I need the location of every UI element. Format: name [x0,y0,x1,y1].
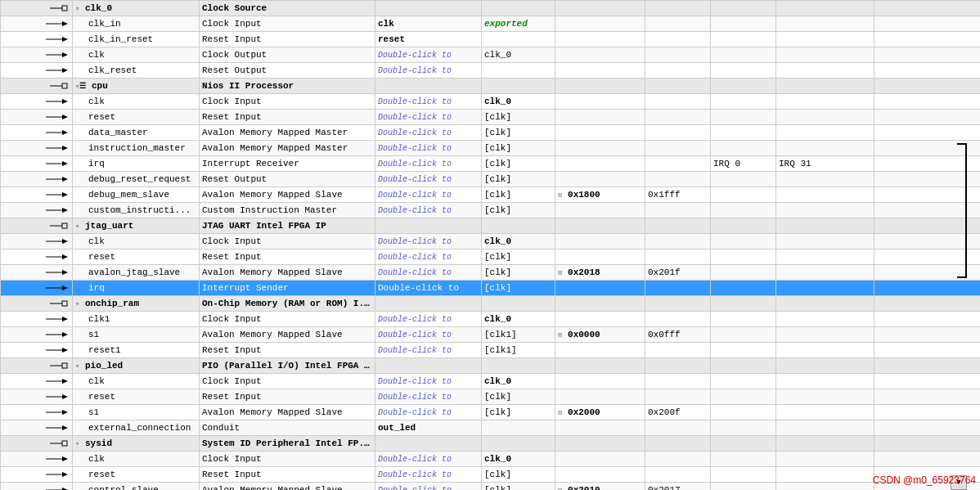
end-cell [645,16,711,32]
table-row[interactable]: clkClock InputDouble-click toclk_0 [1,94,981,110]
irq-start-cell [711,436,776,452]
table-row[interactable]: clkClock InputDouble-click toclk_0 [1,452,981,467]
export-cell[interactable]: Double-click to [375,141,482,156]
desc-cell: Reset Input [200,32,375,47]
irq-end-cell [776,374,874,389]
clock-cell: clk_0 [482,374,555,389]
export-cell[interactable]: out_led [375,420,482,436]
table-row[interactable]: instruction_masterAvalon Memory Mapped M… [1,141,981,156]
selected-row[interactable]: irqInterrupt SenderDouble-click to[clk] [1,281,981,296]
export-cell[interactable]: Double-click to [375,249,482,265]
extra-cell [874,312,981,327]
export-cell[interactable] [375,1,482,16]
irq-end-cell [776,281,874,296]
table-row[interactable]: custom_instructi...Custom Instruction Ma… [1,203,981,218]
export-cell[interactable]: Double-click to [375,265,482,281]
signal-cell [1,94,73,110]
extra-cell [874,374,981,389]
signal-cell [1,63,73,79]
table-row[interactable]: external_connectionConduitout_led [1,420,981,436]
group-row[interactable]: ▫☰ cpuNios II Processor [1,79,981,94]
export-cell[interactable]: Double-click to [375,327,482,343]
export-cell[interactable] [375,358,482,374]
export-cell[interactable]: reset [375,32,482,47]
export-cell[interactable]: Double-click to [375,405,482,420]
svg-marker-37 [62,285,68,290]
group-row[interactable]: ▫ pio_ledPIO (Parallel I/O) Intel FPGA I… [1,358,981,374]
desc-cell: Avalon Memory Mapped Master [200,141,375,156]
group-row[interactable]: ▫ sysidSystem ID Peripheral Intel FP... [1,436,981,452]
name-cell: clk_in_reset [73,32,200,47]
export-cell[interactable] [375,218,482,234]
table-row[interactable]: clk_inClock Inputclkexported [1,16,981,32]
export-cell[interactable] [375,296,482,312]
base-cell [555,156,645,172]
table-row[interactable]: clk_resetReset OutputDouble-click to [1,63,981,79]
export-cell[interactable]: clk [375,16,482,32]
export-cell[interactable]: Double-click to [375,63,482,79]
desc-cell: Clock Input [200,374,375,389]
extra-cell [874,79,981,94]
export-cell[interactable]: Double-click to [375,343,482,358]
table-row[interactable]: irqInterrupt ReceiverDouble-click to[clk… [1,156,981,172]
export-cell[interactable]: Double-click to [375,172,482,187]
export-cell[interactable]: Double-click to [375,483,482,491]
clock-cell: [clk] [482,156,555,172]
export-cell[interactable]: Double-click to [375,203,482,218]
irq-end-cell [776,343,874,358]
clock-cell: [clk] [482,110,555,125]
irq-end-cell [776,16,874,32]
table-row[interactable]: clk_in_resetReset Inputreset [1,32,981,47]
export-cell[interactable]: Double-click to [375,281,482,296]
table-row[interactable]: control_slaveAvalon Memory Mapped SlaveD… [1,483,981,491]
export-cell[interactable]: Double-click to [375,125,482,141]
table-row[interactable]: debug_mem_slaveAvalon Memory Mapped Slav… [1,187,981,203]
table-row[interactable]: s1Avalon Memory Mapped SlaveDouble-click… [1,327,981,343]
export-cell[interactable] [375,436,482,452]
base-cell [555,79,645,94]
extra-cell [874,420,981,436]
table-row[interactable]: avalon_jtag_slaveAvalon Memory Mapped Sl… [1,265,981,281]
export-cell[interactable]: Double-click to [375,467,482,483]
table-row[interactable]: data_masterAvalon Memory Mapped MasterDo… [1,125,981,141]
main-container: ▫ clk_0Clock Source clk_inClock Inputclk… [0,0,980,490]
table-row[interactable]: resetReset InputDouble-click to[clk] [1,249,981,265]
export-cell[interactable]: Double-click to [375,187,482,203]
irq-start-cell [711,63,776,79]
table-row[interactable]: resetReset InputDouble-click to[clk] [1,389,981,405]
export-cell[interactable]: Double-click to [375,47,482,63]
export-cell[interactable]: Double-click to [375,156,482,172]
group-row[interactable]: ▫ onchip_ramOn-Chip Memory (RAM or ROM) … [1,296,981,312]
table-row[interactable]: clkClock InputDouble-click toclk_0 [1,374,981,389]
end-cell: 0x200f [645,405,711,420]
svg-marker-19 [62,146,68,151]
export-cell[interactable]: Double-click to [375,234,482,249]
svg-marker-17 [62,130,68,135]
export-cell[interactable]: Double-click to [375,374,482,389]
export-cell[interactable]: Double-click to [375,94,482,110]
table-row[interactable]: s1Avalon Memory Mapped SlaveDouble-click… [1,405,981,420]
irq-end-cell [776,452,874,467]
table-row[interactable]: debug_reset_requestReset OutputDouble-cl… [1,172,981,187]
table-row[interactable]: resetReset InputDouble-click to[clk] [1,467,981,483]
export-cell[interactable]: Double-click to [375,389,482,405]
group-row[interactable]: ▫ clk_0Clock Source [1,1,981,16]
name-cell: ▫ jtag_uart [73,218,200,234]
table-row[interactable]: clk1Clock InputDouble-click toclk_0 [1,312,981,327]
desc-cell: Reset Input [200,389,375,405]
end-cell: 0x0fff [645,327,711,343]
export-cell[interactable]: Double-click to [375,110,482,125]
export-cell[interactable]: Double-click to [375,452,482,467]
svg-marker-21 [62,161,68,166]
table-row[interactable]: clkClock OutputDouble-click toclk_0 [1,47,981,63]
export-cell[interactable] [375,79,482,94]
irq-end-cell [776,141,874,156]
group-row[interactable]: ▫ jtag_uartJTAG UART Intel FPGA IP [1,218,981,234]
svg-marker-45 [62,348,68,353]
table-row[interactable]: clkClock InputDouble-click toclk_0 [1,234,981,249]
name-cell: clk1 [73,312,200,327]
table-row[interactable]: resetReset InputDouble-click to[clk] [1,110,981,125]
name-cell: reset [73,249,200,265]
export-cell[interactable]: Double-click to [375,312,482,327]
table-row[interactable]: reset1Reset InputDouble-click to[clk1] [1,343,981,358]
